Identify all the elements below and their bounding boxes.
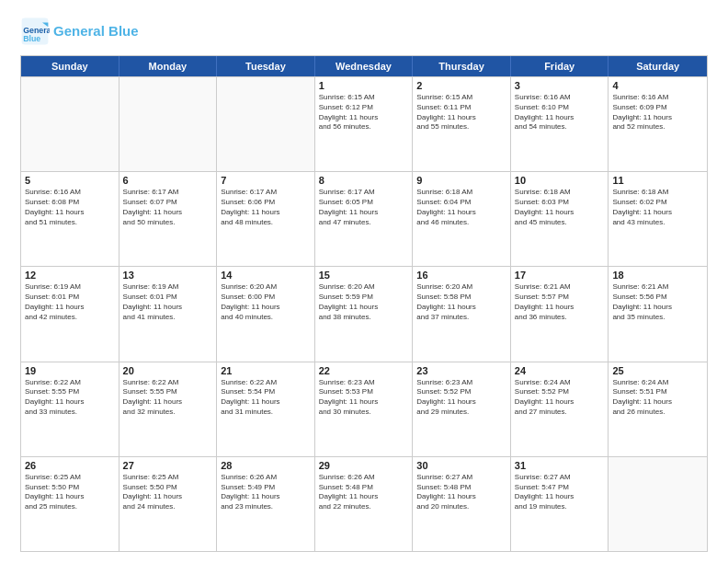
calendar-cell-r3-c5: 24Sunrise: 6:24 AM Sunset: 5:52 PM Dayli… bbox=[511, 362, 609, 456]
day-number: 9 bbox=[416, 175, 506, 186]
day-number: 11 bbox=[612, 175, 703, 186]
calendar-cell-r2-c6: 18Sunrise: 6:21 AM Sunset: 5:56 PM Dayli… bbox=[609, 267, 707, 361]
day-number: 18 bbox=[612, 270, 703, 281]
day-number: 3 bbox=[515, 80, 605, 91]
cell-info: Sunrise: 6:27 AM Sunset: 5:47 PM Dayligh… bbox=[515, 473, 605, 512]
calendar-cell-r4-c0: 26Sunrise: 6:25 AM Sunset: 5:50 PM Dayli… bbox=[21, 457, 119, 551]
calendar-cell-r1-c1: 6Sunrise: 6:17 AM Sunset: 6:07 PM Daylig… bbox=[119, 172, 218, 266]
calendar-cell-r3-c6: 25Sunrise: 6:24 AM Sunset: 5:51 PM Dayli… bbox=[609, 362, 707, 456]
day-number: 24 bbox=[515, 365, 605, 376]
day-number: 1 bbox=[319, 80, 409, 91]
day-number: 16 bbox=[416, 270, 506, 281]
svg-text:General: General bbox=[23, 26, 50, 35]
calendar-cell-r1-c4: 9Sunrise: 6:18 AM Sunset: 6:04 PM Daylig… bbox=[413, 172, 511, 266]
day-header-thursday: Thursday bbox=[413, 56, 511, 76]
day-number: 21 bbox=[221, 365, 311, 376]
cell-info: Sunrise: 6:22 AM Sunset: 5:55 PM Dayligh… bbox=[25, 378, 115, 418]
calendar-cell-r0-c6: 4Sunrise: 6:16 AM Sunset: 6:09 PM Daylig… bbox=[609, 77, 707, 171]
calendar-row-2: 12Sunrise: 6:19 AM Sunset: 6:01 PM Dayli… bbox=[21, 266, 707, 361]
cell-info: Sunrise: 6:16 AM Sunset: 6:10 PM Dayligh… bbox=[515, 93, 605, 132]
calendar-cell-r1-c3: 8Sunrise: 6:17 AM Sunset: 6:05 PM Daylig… bbox=[315, 172, 414, 266]
calendar-cell-r0-c1 bbox=[119, 77, 218, 171]
svg-text:Blue: Blue bbox=[23, 34, 40, 43]
calendar-cell-r2-c0: 12Sunrise: 6:19 AM Sunset: 6:01 PM Dayli… bbox=[21, 267, 119, 361]
cell-info: Sunrise: 6:21 AM Sunset: 5:56 PM Dayligh… bbox=[612, 282, 703, 322]
day-number: 30 bbox=[416, 460, 506, 471]
header: General Blue General Blue bbox=[20, 17, 708, 46]
logo: General Blue General Blue bbox=[20, 17, 139, 46]
cell-info: Sunrise: 6:17 AM Sunset: 6:06 PM Dayligh… bbox=[221, 188, 311, 227]
calendar-cell-r4-c6 bbox=[609, 457, 707, 551]
logo-blue: Blue bbox=[105, 23, 139, 39]
calendar-cell-r4-c4: 30Sunrise: 6:27 AM Sunset: 5:48 PM Dayli… bbox=[413, 457, 511, 551]
calendar-cell-r1-c2: 7Sunrise: 6:17 AM Sunset: 6:06 PM Daylig… bbox=[217, 172, 315, 266]
day-header-saturday: Saturday bbox=[609, 56, 707, 76]
cell-info: Sunrise: 6:20 AM Sunset: 6:00 PM Dayligh… bbox=[221, 282, 311, 322]
calendar-header: SundayMondayTuesdayWednesdayThursdayFrid… bbox=[21, 56, 707, 76]
calendar-cell-r3-c4: 23Sunrise: 6:23 AM Sunset: 5:52 PM Dayli… bbox=[413, 362, 511, 456]
day-number: 29 bbox=[319, 460, 409, 471]
cell-info: Sunrise: 6:16 AM Sunset: 6:08 PM Dayligh… bbox=[25, 188, 115, 227]
cell-info: Sunrise: 6:27 AM Sunset: 5:48 PM Dayligh… bbox=[416, 473, 506, 512]
calendar-cell-r0-c5: 3Sunrise: 6:16 AM Sunset: 6:10 PM Daylig… bbox=[511, 77, 609, 171]
day-number: 2 bbox=[416, 80, 506, 91]
day-number: 19 bbox=[25, 365, 115, 376]
page: General Blue General Blue SundayMondayTu… bbox=[0, 0, 728, 563]
logo-icon: General Blue bbox=[20, 17, 50, 46]
calendar-row-1: 5Sunrise: 6:16 AM Sunset: 6:08 PM Daylig… bbox=[21, 171, 707, 266]
cell-info: Sunrise: 6:26 AM Sunset: 5:49 PM Dayligh… bbox=[221, 473, 311, 512]
day-number: 17 bbox=[515, 270, 605, 281]
calendar-cell-r4-c1: 27Sunrise: 6:25 AM Sunset: 5:50 PM Dayli… bbox=[119, 457, 218, 551]
calendar-cell-r0-c4: 2Sunrise: 6:15 AM Sunset: 6:11 PM Daylig… bbox=[413, 77, 511, 171]
cell-info: Sunrise: 6:18 AM Sunset: 6:03 PM Dayligh… bbox=[515, 188, 605, 227]
cell-info: Sunrise: 6:16 AM Sunset: 6:09 PM Dayligh… bbox=[612, 93, 703, 132]
calendar-cell-r3-c0: 19Sunrise: 6:22 AM Sunset: 5:55 PM Dayli… bbox=[21, 362, 119, 456]
day-number: 15 bbox=[319, 270, 409, 281]
calendar-row-0: 1Sunrise: 6:15 AM Sunset: 6:12 PM Daylig… bbox=[21, 76, 707, 171]
cell-info: Sunrise: 6:26 AM Sunset: 5:48 PM Dayligh… bbox=[319, 473, 409, 512]
day-number: 13 bbox=[123, 270, 213, 281]
cell-info: Sunrise: 6:18 AM Sunset: 6:02 PM Dayligh… bbox=[612, 188, 703, 227]
day-header-sunday: Sunday bbox=[21, 56, 119, 76]
day-number: 22 bbox=[319, 365, 409, 376]
calendar-cell-r3-c2: 21Sunrise: 6:22 AM Sunset: 5:54 PM Dayli… bbox=[217, 362, 315, 456]
cell-info: Sunrise: 6:21 AM Sunset: 5:57 PM Dayligh… bbox=[515, 282, 605, 322]
day-number: 25 bbox=[612, 365, 703, 376]
cell-info: Sunrise: 6:24 AM Sunset: 5:51 PM Dayligh… bbox=[612, 378, 703, 418]
cell-info: Sunrise: 6:19 AM Sunset: 6:01 PM Dayligh… bbox=[25, 282, 115, 322]
day-number: 14 bbox=[221, 270, 311, 281]
calendar-row-4: 26Sunrise: 6:25 AM Sunset: 5:50 PM Dayli… bbox=[21, 456, 707, 551]
cell-info: Sunrise: 6:25 AM Sunset: 5:50 PM Dayligh… bbox=[25, 473, 115, 512]
cell-info: Sunrise: 6:25 AM Sunset: 5:50 PM Dayligh… bbox=[123, 473, 213, 512]
cell-info: Sunrise: 6:24 AM Sunset: 5:52 PM Dayligh… bbox=[515, 378, 605, 418]
calendar-cell-r2-c4: 16Sunrise: 6:20 AM Sunset: 5:58 PM Dayli… bbox=[413, 267, 511, 361]
day-header-tuesday: Tuesday bbox=[217, 56, 315, 76]
cell-info: Sunrise: 6:20 AM Sunset: 5:58 PM Dayligh… bbox=[416, 282, 506, 322]
day-number: 26 bbox=[25, 460, 115, 471]
calendar-cell-r1-c5: 10Sunrise: 6:18 AM Sunset: 6:03 PM Dayli… bbox=[511, 172, 609, 266]
calendar-cell-r0-c2 bbox=[217, 77, 315, 171]
calendar-cell-r3-c1: 20Sunrise: 6:22 AM Sunset: 5:55 PM Dayli… bbox=[119, 362, 218, 456]
cell-info: Sunrise: 6:17 AM Sunset: 6:05 PM Dayligh… bbox=[319, 188, 409, 227]
calendar-cell-r4-c3: 29Sunrise: 6:26 AM Sunset: 5:48 PM Dayli… bbox=[315, 457, 414, 551]
cell-info: Sunrise: 6:20 AM Sunset: 5:59 PM Dayligh… bbox=[319, 282, 409, 322]
calendar-cell-r1-c0: 5Sunrise: 6:16 AM Sunset: 6:08 PM Daylig… bbox=[21, 172, 119, 266]
calendar-cell-r2-c3: 15Sunrise: 6:20 AM Sunset: 5:59 PM Dayli… bbox=[315, 267, 414, 361]
day-number: 6 bbox=[123, 175, 213, 186]
calendar-row-3: 19Sunrise: 6:22 AM Sunset: 5:55 PM Dayli… bbox=[21, 362, 707, 456]
cell-info: Sunrise: 6:23 AM Sunset: 5:53 PM Dayligh… bbox=[319, 378, 409, 418]
day-number: 27 bbox=[123, 460, 213, 471]
day-number: 31 bbox=[515, 460, 605, 471]
calendar-cell-r0-c0 bbox=[21, 77, 119, 171]
logo-general: General bbox=[53, 23, 105, 39]
logo-text: General Blue bbox=[53, 23, 139, 40]
day-header-wednesday: Wednesday bbox=[315, 56, 414, 76]
calendar-cell-r3-c3: 22Sunrise: 6:23 AM Sunset: 5:53 PM Dayli… bbox=[315, 362, 414, 456]
day-number: 23 bbox=[416, 365, 506, 376]
cell-info: Sunrise: 6:18 AM Sunset: 6:04 PM Dayligh… bbox=[416, 188, 506, 227]
calendar-cell-r4-c5: 31Sunrise: 6:27 AM Sunset: 5:47 PM Dayli… bbox=[511, 457, 609, 551]
cell-info: Sunrise: 6:23 AM Sunset: 5:52 PM Dayligh… bbox=[416, 378, 506, 418]
day-number: 28 bbox=[221, 460, 311, 471]
day-number: 12 bbox=[25, 270, 115, 281]
day-number: 7 bbox=[221, 175, 311, 186]
